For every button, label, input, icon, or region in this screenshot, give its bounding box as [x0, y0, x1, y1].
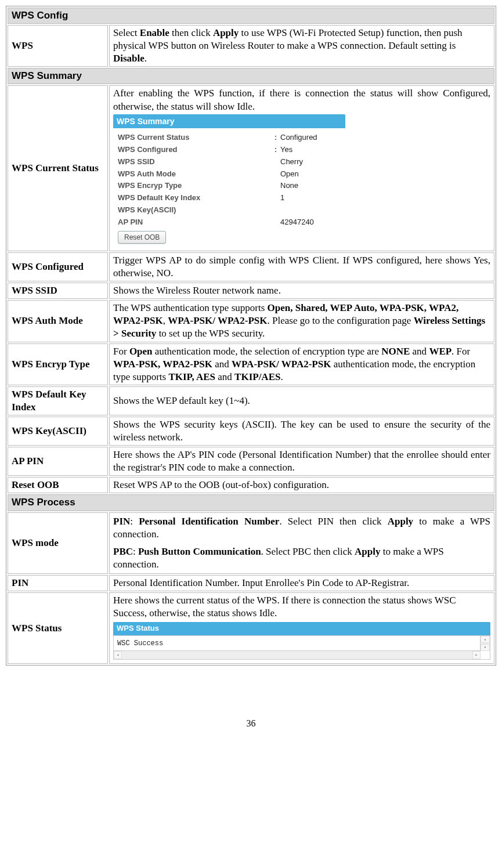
section-wps-process: WPS Process: [8, 494, 494, 511]
panel-value: Yes: [280, 145, 292, 155]
wps-summary-panel: WPS Summary WPS Current StatusConfigured…: [113, 114, 345, 247]
desc-pin: Personal Identification Number. Input En…: [109, 575, 494, 591]
label-ap-pin: AP PIN: [8, 447, 108, 476]
label-wps-configured: WPS Configured: [8, 252, 108, 281]
wps-status-textarea[interactable]: WSC Success ▴ ▾ ◂ ▸: [113, 635, 490, 660]
label-pin: PIN: [8, 575, 108, 591]
desc-wps-configured: Trigger WPS AP to do simple config with …: [109, 252, 494, 281]
section-wps-summary: WPS Summary: [8, 68, 494, 84]
scrollbar-vertical[interactable]: ▴ ▾: [480, 636, 490, 651]
panel-label: WPS Current Status: [118, 133, 280, 143]
desc-wps-encryp-type: For Open authentication mode, the select…: [109, 343, 494, 385]
panel-label: WPS Key(ASCII): [118, 205, 280, 215]
wps-status-intro: Here shows the current status of the WPS…: [113, 594, 490, 620]
desc-wps-status: Here shows the current status of the WPS…: [109, 592, 494, 664]
panel-value: Open: [280, 169, 299, 179]
label-wps: WPS: [8, 25, 108, 67]
desc-wps-auth-mode: The WPS authentication type supports Ope…: [109, 300, 494, 342]
panel-label: WPS Encryp Type: [118, 181, 280, 191]
label-wps-default-key: WPS Default Key Index: [8, 386, 108, 415]
panel-title-wps-status: WPS Status: [113, 622, 490, 635]
label-wps-encryp-type: WPS Encryp Type: [8, 343, 108, 385]
scroll-right-icon[interactable]: ▸: [472, 651, 481, 659]
label-reset-oob: Reset OOB: [8, 477, 108, 493]
label-wps-ssid: WPS SSID: [8, 283, 108, 299]
label-wps-auth-mode: WPS Auth Mode: [8, 300, 108, 342]
desc-ap-pin: Here shows the AP's PIN code (Personal I…: [109, 447, 494, 476]
panel-value: None: [280, 181, 298, 191]
panel-title-wps-summary: WPS Summary: [113, 114, 345, 128]
label-wps-mode: WPS mode: [8, 512, 108, 574]
scroll-left-icon[interactable]: ◂: [114, 651, 122, 659]
panel-label: WPS SSID: [118, 157, 280, 167]
reset-oob-button[interactable]: Reset OOB: [118, 231, 166, 244]
panel-value: 1: [280, 193, 284, 203]
documentation-table: WPS Config WPS Select Enable then click …: [6, 6, 496, 666]
panel-label: WPS Configured: [118, 145, 280, 155]
desc-wps-mode: PIN: Personal Identification Number. Sel…: [109, 512, 494, 574]
desc-wps-ssid: Shows the Wireless Router network name.: [109, 283, 494, 299]
panel-value: Configured: [280, 133, 317, 143]
section-wps-config: WPS Config: [8, 8, 494, 24]
label-wps-current-status: WPS Current Status: [8, 85, 108, 251]
wps-status-panel: WPS Status WSC Success ▴ ▾ ◂ ▸: [113, 622, 490, 660]
panel-value: Cherry: [280, 157, 303, 167]
label-wps-status: WPS Status: [8, 592, 108, 664]
panel-value: 42947240: [280, 218, 314, 227]
scrollbar-horizontal[interactable]: ◂ ▸: [114, 650, 481, 659]
panel-label: AP PIN: [118, 218, 280, 227]
panel-label: WPS Default Key Index: [118, 193, 280, 203]
label-wps-key-ascii: WPS Key(ASCII): [8, 417, 108, 446]
desc-reset-oob: Reset WPS AP to the OOB (out-of-box) con…: [109, 477, 494, 493]
desc-wps-default-key: Shows the WEP default key (1~4).: [109, 386, 494, 415]
page-number: 36: [6, 718, 496, 730]
desc-wps-key-ascii: Shows the WPS security keys (ASCII). The…: [109, 417, 494, 446]
current-status-intro: After enabling the WPS function, if ther…: [113, 87, 490, 113]
scroll-up-icon[interactable]: ▴: [481, 636, 490, 643]
wps-status-value: WSC Success: [117, 639, 163, 648]
scroll-down-icon[interactable]: ▾: [481, 644, 490, 651]
panel-label: WPS Auth Mode: [118, 169, 280, 179]
desc-wps-current-status: After enabling the WPS function, if ther…: [109, 85, 494, 251]
desc-wps: Select Enable then click Apply to use WP…: [109, 25, 494, 67]
